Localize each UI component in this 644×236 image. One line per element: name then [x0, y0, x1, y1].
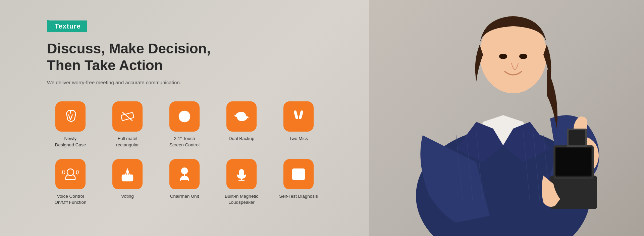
feature-item-newly-designed-case: Newly Designed Case [47, 101, 94, 148]
person-image [369, 0, 644, 236]
feature-icon-voting [112, 159, 143, 189]
features-grid: Newly Designed Case Full matel rectangul… [47, 101, 369, 206]
main-title: Discuss, Make Decision, Then Take Action [47, 40, 369, 74]
svg-point-4 [183, 115, 185, 117]
feature-label-self-test-diagnosis: Self-Test Diagnosis [279, 193, 318, 200]
feature-label-chairman-unit: Chairman Unit [170, 193, 199, 200]
texture-label: Texture [49, 20, 87, 32]
svg-point-10 [183, 170, 186, 172]
page-wrapper: Texture Discuss, Make Decision, Then Tak… [0, 0, 644, 236]
feature-item-touch-screen-control: 2.1" Touch Screen Control [161, 101, 208, 148]
feature-icon-full-matel-rectangular [112, 101, 143, 132]
feature-label-two-mics: Two Mics [289, 136, 308, 142]
svg-rect-31 [569, 130, 585, 145]
title-line2: Then Take Action [47, 57, 163, 73]
feature-item-built-in-magnetic-loudspeaker: Built-in Magnetic Loudspeaker [218, 159, 265, 206]
content-area: Texture Discuss, Make Decision, Then Tak… [0, 0, 369, 236]
feature-label-newly-designed-case: Newly Designed Case [55, 136, 86, 148]
texture-badge: Texture [47, 20, 87, 32]
svg-rect-5 [293, 110, 298, 119]
feature-item-two-mics: Two Mics [275, 101, 322, 148]
svg-rect-26 [550, 176, 597, 209]
feature-label-voting: Voting [121, 193, 134, 200]
svg-point-7 [67, 169, 74, 176]
svg-point-18 [519, 54, 527, 59]
feature-item-voice-control: Voice Control On/Off Function [47, 159, 94, 206]
feature-label-built-in-magnetic-loudspeaker: Built-in Magnetic Loudspeaker [225, 193, 258, 206]
feature-label-dual-backup: Dual Backup [229, 136, 255, 142]
subtitle: We deliver worry-free meeting and accura… [47, 80, 208, 85]
feature-label-full-matel-rectangular: Full matel rectangular [116, 136, 139, 148]
feature-item-dual-backup: Dual Backup [218, 101, 265, 148]
feature-icon-self-test-diagnosis [283, 159, 314, 189]
feature-label-touch-screen-control: 2.1" Touch Screen Control [169, 136, 200, 148]
svg-rect-6 [299, 110, 303, 119]
image-area [369, 0, 644, 236]
feature-icon-dual-backup [226, 101, 257, 132]
feature-icon-voice-control [55, 159, 86, 189]
title-line1: Discuss, Make Decision, [47, 41, 211, 56]
feature-label-voice-control: Voice Control On/Off Function [54, 193, 86, 206]
svg-rect-29 [556, 148, 591, 176]
feature-icon-two-mics [283, 101, 314, 132]
feature-icon-built-in-magnetic-loudspeaker [226, 159, 257, 189]
svg-point-17 [499, 54, 507, 59]
feature-icon-touch-screen-control [169, 101, 200, 132]
feature-item-voting: Voting [104, 159, 151, 206]
feature-icon-newly-designed-case [55, 101, 86, 132]
feature-item-full-matel-rectangular: Full matel rectangular [104, 101, 151, 148]
feature-item-self-test-diagnosis: Self-Test Diagnosis [275, 159, 322, 206]
feature-icon-chairman-unit [169, 159, 200, 189]
feature-item-chairman-unit: Chairman Unit [161, 159, 208, 206]
person-illustration [389, 1, 617, 236]
